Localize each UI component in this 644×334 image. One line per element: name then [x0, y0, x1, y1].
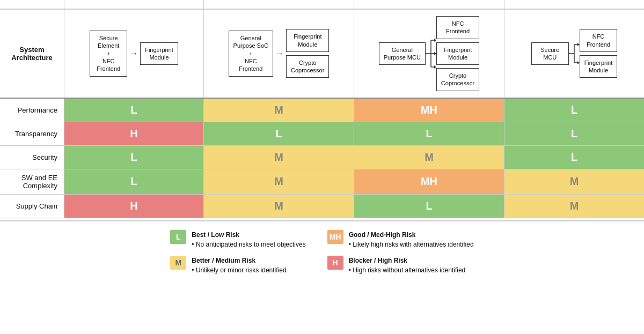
architecture-row: SystemArchitecture SecureElement+NFCFron… — [0, 10, 644, 99]
legend-col-right: MH Good / Med-High Risk • Likely high ri… — [327, 230, 474, 275]
cell-1-gpmcu: L — [354, 122, 504, 145]
gpsoc-box1: GeneralPurpose SoC+NFCFrontend — [229, 31, 273, 76]
row-label-0: Performance — [0, 99, 64, 122]
cell-1-se: H — [64, 122, 204, 145]
gpmcu-box2b: FingerprintModule — [436, 42, 479, 65]
gpsoc-diagram: GeneralPurpose SoC+NFCFrontend → Fingerp… — [204, 10, 354, 98]
cell-2-gpsoc: M — [204, 146, 354, 169]
cell-3-se: L — [64, 169, 204, 194]
cell-2-smcu: L — [504, 146, 644, 169]
legend-title-l: Best / Low Risk — [192, 230, 305, 240]
cell-4-gpsoc: M — [204, 195, 354, 218]
cell-0-se: L — [64, 99, 204, 122]
cell-4-se: H — [64, 195, 204, 218]
gpmcu-box1: GeneralPurpose MCU — [379, 42, 426, 65]
legend-desc-m: • Unlikely or minor risks identified — [192, 265, 286, 275]
smcu-box2a: NFCFrontend — [580, 29, 618, 52]
cell-2-se: L — [64, 146, 204, 169]
cell-2-gpmcu: M — [354, 146, 504, 169]
data-row-2: SecurityLMML — [0, 146, 644, 169]
cell-1-gpsoc: L — [204, 122, 354, 145]
cell-3-gpmcu: MH — [354, 169, 504, 194]
legend-title-mh: Good / Med-High Risk — [349, 230, 474, 240]
legend-col-left: L Best / Low Risk • No anticipated risks… — [170, 230, 305, 275]
row-label-3: SW and EEComplexity — [0, 169, 64, 194]
legend-text-h: Blocker / High Risk • High risks without… — [349, 256, 466, 275]
se-box2: FingerprintModule — [140, 42, 178, 65]
row-label-4: Supply Chain — [0, 195, 64, 218]
legend-text-mh: Good / Med-High Risk • Likely high risks… — [349, 230, 474, 249]
gpmcu-diagram: GeneralPurpose MCU NFCFrontend Fingerpri… — [354, 10, 504, 98]
legend-badge-mh: MH — [327, 230, 343, 244]
header-smcu — [504, 0, 644, 9]
legend-badge-l: L — [170, 230, 186, 244]
cell-0-gpmcu: MH — [354, 99, 504, 122]
data-rows: PerformanceLMMHLTransparencyHLLLSecurity… — [0, 99, 644, 218]
row-label-2: Security — [0, 146, 64, 169]
gpsoc-arrow: → — [275, 49, 284, 58]
smcu-box1: SecureMCU — [531, 42, 569, 65]
header-gpsoc — [204, 0, 354, 9]
data-row-4: Supply ChainHMLM — [0, 195, 644, 218]
gpmcu-box2a: NFCFrontend — [436, 16, 479, 39]
legend-item-l: L Best / Low Risk • No anticipated risks… — [170, 230, 305, 249]
row-label-1: Transparency — [0, 122, 64, 145]
header-row — [0, 0, 644, 10]
cell-3-gpsoc: M — [204, 169, 354, 194]
smcu-box2b: FingerprintModule — [580, 55, 618, 78]
header-gpmcu — [354, 0, 504, 9]
legend-item-h: H Blocker / High Risk • High risks witho… — [327, 256, 474, 275]
legend-item-mh: MH Good / Med-High Risk • Likely high ri… — [327, 230, 474, 249]
legend-desc-h: • High risks without alternatives identi… — [349, 265, 466, 275]
data-row-0: PerformanceLMMHL — [0, 99, 644, 122]
smcu-diagram: SecureMCU NFCFrontend FingerprintModule — [504, 10, 644, 98]
data-row-3: SW and EEComplexityLMMHM — [0, 169, 644, 195]
header-se — [64, 0, 204, 9]
legend-item-m: M Better / Medium Risk • Unlikely or min… — [170, 256, 305, 275]
cell-4-smcu: M — [504, 195, 644, 218]
cell-4-gpmcu: L — [354, 195, 504, 218]
legend-section: L Best / Low Risk • No anticipated risks… — [0, 220, 644, 284]
legend-badge-m: M — [170, 256, 186, 270]
legend-desc-l: • No anticipated risks to meet objective… — [192, 240, 305, 249]
gpmcu-branch-svg — [426, 32, 436, 75]
header-processor — [0, 0, 64, 9]
legend-text-m: Better / Medium Risk • Unlikely or minor… — [192, 256, 286, 275]
cell-3-smcu: M — [504, 169, 644, 194]
legend-title-h: Blocker / High Risk — [349, 256, 466, 265]
arch-label: SystemArchitecture — [0, 10, 64, 98]
smcu-branch-svg — [569, 38, 580, 70]
data-row-1: TransparencyHLLL — [0, 122, 644, 146]
se-diagram: SecureElement+NFCFrontend → FingerprintM… — [64, 10, 204, 98]
legend-title-m: Better / Medium Risk — [192, 256, 286, 265]
cell-0-gpsoc: M — [204, 99, 354, 122]
gpsoc-box2b: CryptoCoprocessor — [286, 55, 329, 78]
se-arrow: → — [129, 49, 138, 58]
legend-badge-h: H — [327, 256, 343, 270]
cell-0-smcu: L — [504, 99, 644, 122]
legend-text-l: Best / Low Risk • No anticipated risks t… — [192, 230, 305, 249]
gpmcu-box2c: CryptoCoprocessor — [436, 68, 479, 91]
gpsoc-box2a: FingerprintModule — [286, 29, 329, 52]
se-box1: SecureElement+NFCFrontend — [90, 31, 127, 76]
cell-1-smcu: L — [504, 122, 644, 145]
legend-desc-mh: • Likely high risks with alternatives id… — [349, 240, 474, 249]
